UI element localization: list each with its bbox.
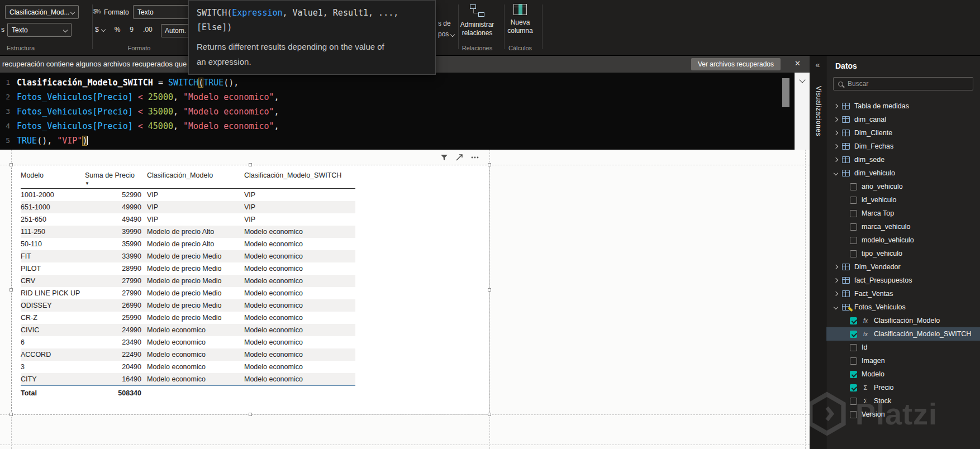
- expand-pane-icon[interactable]: «: [810, 60, 826, 69]
- field-row[interactable]: Version: [826, 408, 980, 421]
- tree-table-row[interactable]: dim_canal: [826, 113, 980, 126]
- field-checkbox[interactable]: [850, 357, 857, 365]
- tree-table-row[interactable]: Fotos_Vehiculos: [826, 300, 980, 314]
- dax-code-line[interactable]: 1Clasificación_Modelo_SWITCH = SWITCH(TR…: [0, 75, 810, 90]
- field-checkbox[interactable]: [850, 331, 857, 338]
- chevron-right-icon[interactable]: [834, 104, 838, 108]
- field-checkbox[interactable]: [850, 371, 857, 378]
- data-type-dropdown[interactable]: Texto: [7, 23, 72, 37]
- dax-code-line[interactable]: 3Fotos_Vehiculos[Precio] < 35000, "Model…: [0, 104, 810, 119]
- view-recovered-files-button[interactable]: Ver archivos recuperados: [691, 58, 781, 70]
- tree-table-row[interactable]: Tabla de medidas: [826, 99, 980, 113]
- resize-handle[interactable]: [249, 163, 252, 166]
- dax-code-line[interactable]: 4Fotos_Vehiculos[Precio] < 45000, "Model…: [0, 119, 810, 133]
- table-visual[interactable]: ModeloSuma de Precio▼Clasificación_Model…: [11, 165, 489, 414]
- format-flyout-icon[interactable]: $%: [93, 8, 100, 15]
- table-row[interactable]: CITY16490Modelo economicoModelo economic…: [21, 373, 355, 386]
- table-row[interactable]: 50-11035990Modelo de precio AltoModelo e…: [21, 238, 355, 250]
- dax-code-line[interactable]: 5TRUE(), "VIP"): [0, 133, 810, 148]
- field-checkbox[interactable]: [850, 210, 857, 217]
- field-checkbox[interactable]: [850, 411, 857, 418]
- close-icon[interactable]: ✕: [795, 59, 801, 68]
- field-row[interactable]: Modelo: [826, 367, 980, 381]
- resize-handle[interactable]: [9, 163, 13, 166]
- field-checkbox[interactable]: [850, 384, 857, 391]
- chevron-down-icon[interactable]: [834, 305, 838, 309]
- percent-format-button[interactable]: %: [115, 26, 121, 34]
- field-row[interactable]: tipo_vehiculo: [826, 247, 980, 260]
- field-row[interactable]: marca_vehiculo: [826, 220, 980, 233]
- chevron-down-icon[interactable]: [834, 171, 838, 175]
- table-row[interactable]: ACCORD22490Modelo economicoModelo econom…: [21, 348, 355, 361]
- field-checkbox[interactable]: [850, 237, 857, 244]
- field-row[interactable]: año_vehiculo: [826, 180, 980, 193]
- field-row[interactable]: id_vehiculo: [826, 193, 980, 207]
- chevron-right-icon[interactable]: [834, 144, 838, 149]
- thousands-separator-button[interactable]: 9: [130, 26, 134, 34]
- table-row[interactable]: 1001-200052990VIPVIP: [21, 189, 355, 202]
- decimal-places-button[interactable]: .00: [143, 26, 153, 34]
- tree-table-row[interactable]: Fact_Ventas: [826, 287, 980, 300]
- chevron-right-icon[interactable]: [834, 265, 838, 269]
- field-row[interactable]: fxClasificación_Modelo_SWITCH: [826, 327, 980, 341]
- resize-handle[interactable]: [488, 288, 491, 292]
- field-row[interactable]: Marca Top: [826, 207, 980, 220]
- chevron-right-icon[interactable]: [834, 117, 838, 122]
- new-column-button[interactable]: Nueva columna: [501, 3, 540, 35]
- field-row[interactable]: fxClasificación_Modelo: [826, 314, 980, 327]
- manage-relationships-button[interactable]: Administrar relaciones: [454, 3, 501, 37]
- focus-mode-icon[interactable]: [455, 154, 463, 161]
- chevron-right-icon[interactable]: [834, 157, 838, 162]
- table-row[interactable]: CR-Z25990Modelo de precio MedioModelo ec…: [21, 312, 355, 324]
- resize-handle[interactable]: [249, 413, 252, 416]
- editor-scrollbar[interactable]: [782, 78, 789, 107]
- tree-table-row[interactable]: fact_Presupuestos: [826, 274, 980, 287]
- table-row[interactable]: CIVIC24990Modelo economicoModelo economi…: [21, 324, 355, 336]
- chevron-right-icon[interactable]: [834, 278, 838, 283]
- more-options-icon[interactable]: [470, 154, 479, 161]
- resize-handle[interactable]: [9, 288, 13, 292]
- column-header[interactable]: Clasificación_Modelo: [141, 170, 239, 189]
- currency-format-button[interactable]: $: [95, 26, 105, 34]
- tree-table-row[interactable]: dim_vehiculo: [826, 166, 980, 180]
- tree-table-row[interactable]: dim_sede: [826, 153, 980, 166]
- field-row[interactable]: ΣStock: [826, 394, 980, 408]
- column-name-box[interactable]: Clasificación_Mod...: [5, 5, 79, 19]
- dax-code-line[interactable]: 2Fotos_Vehiculos[Precio] < 25000, "Model…: [0, 90, 810, 104]
- tab-visualizaciones[interactable]: Visualizaciones: [814, 86, 822, 136]
- column-header[interactable]: Clasificación_Modelo_SWITCH: [239, 170, 355, 189]
- field-checkbox[interactable]: [850, 183, 857, 190]
- resize-handle[interactable]: [488, 413, 491, 416]
- column-header[interactable]: Suma de Precio▼: [85, 170, 141, 189]
- table-row[interactable]: 251-65049490VIPVIP: [21, 213, 355, 226]
- table-row[interactable]: 320490Modelo economicoModelo economico: [21, 361, 355, 373]
- dax-formula-editor[interactable]: 1Clasificación_Modelo_SWITCH = SWITCH(TR…: [0, 73, 810, 150]
- table-row[interactable]: 651-100049990VIPVIP: [21, 201, 355, 213]
- chevron-down-icon[interactable]: [799, 77, 805, 83]
- table-row[interactable]: RID LINE PICK UP27990Modelo de precio Me…: [21, 287, 355, 299]
- field-checkbox[interactable]: [850, 250, 857, 257]
- tree-table-row[interactable]: Dim_Cliente: [826, 126, 980, 140]
- chevron-right-icon[interactable]: [834, 292, 838, 296]
- resize-handle[interactable]: [9, 413, 13, 416]
- tree-table-row[interactable]: Dim_Fechas: [826, 140, 980, 153]
- truncated-ribbon-button[interactable]: s de pos: [438, 18, 454, 40]
- table-row[interactable]: CRV27990Modelo de precio MedioModelo eco…: [21, 275, 355, 287]
- resize-handle[interactable]: [488, 163, 491, 166]
- tree-table-row[interactable]: Dim_Vendedor: [826, 260, 980, 274]
- field-row[interactable]: ΣPrecio: [826, 381, 980, 394]
- field-checkbox[interactable]: [850, 223, 857, 231]
- field-checkbox[interactable]: [850, 317, 857, 324]
- field-row[interactable]: modelo_vehiculo: [826, 233, 980, 247]
- chevron-right-icon[interactable]: [834, 131, 838, 135]
- table-row[interactable]: ODISSEY26990Modelo de precio MedioModelo…: [21, 299, 355, 312]
- table-row[interactable]: 111-25039990Modelo de precio AltoModelo …: [21, 226, 355, 238]
- field-row[interactable]: Id: [826, 341, 980, 354]
- table-row[interactable]: FIT33990Modelo de precio MedioModelo eco…: [21, 250, 355, 262]
- field-checkbox[interactable]: [850, 398, 857, 405]
- table-row[interactable]: PILOT28990Modelo de precio MedioModelo e…: [21, 262, 355, 275]
- field-row[interactable]: Imagen: [826, 354, 980, 367]
- table-row[interactable]: 623490Modelo economicoModelo economico: [21, 336, 355, 348]
- field-checkbox[interactable]: [850, 344, 857, 351]
- column-header[interactable]: Modelo: [21, 170, 85, 189]
